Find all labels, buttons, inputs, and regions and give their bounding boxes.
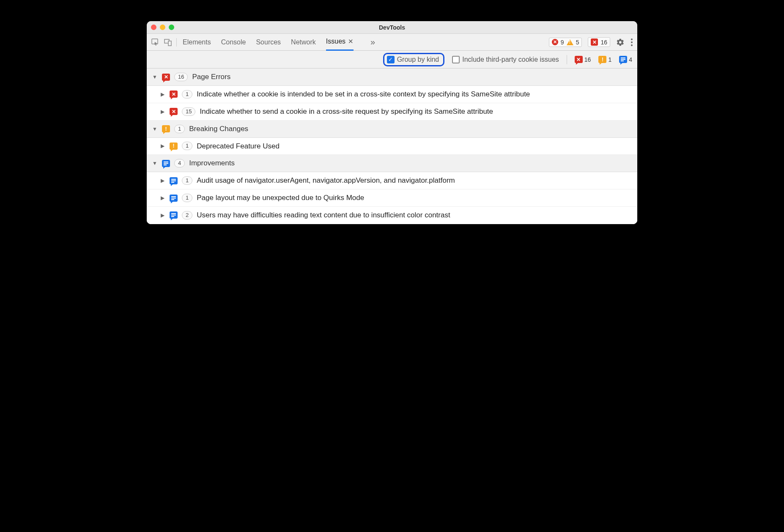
issues-badge[interactable]: ✕ 16	[588, 37, 610, 47]
group-title: Breaking Changes	[189, 125, 248, 133]
checkbox-unchecked-icon	[452, 56, 460, 63]
device-icon[interactable]	[164, 38, 172, 47]
svg-rect-2	[168, 41, 171, 46]
warn-issues-number: 1	[608, 56, 611, 63]
group-count-badge: 16	[174, 73, 188, 81]
group-page-errors[interactable]: ▼ ✕ 16 Page Errors	[147, 69, 637, 86]
error-issues-count[interactable]: ✕ 16	[575, 56, 591, 63]
main-toolbar: Elements Console Sources Network Issues …	[147, 34, 637, 51]
error-speech-icon: ✕	[170, 108, 178, 115]
tab-issues[interactable]: Issues ✕	[326, 34, 354, 51]
issue-text: Indicate whether a cookie is intended to…	[197, 89, 632, 99]
divider	[567, 55, 567, 64]
svg-rect-19	[171, 215, 176, 216]
warning-icon	[567, 39, 573, 45]
item-count-badge: 1	[182, 142, 192, 150]
svg-point-5	[631, 44, 633, 46]
devtools-window: DevTools Elements Console Sources Networ…	[147, 21, 637, 224]
warn-speech-icon: !	[162, 125, 170, 132]
svg-rect-8	[621, 60, 624, 61]
chevron-right-icon: ▶	[159, 178, 165, 184]
item-count-badge: 2	[182, 211, 192, 219]
svg-rect-17	[171, 199, 174, 200]
svg-point-3	[631, 38, 633, 40]
third-party-label: Include third-party cookie issues	[462, 56, 559, 63]
issue-row[interactable]: ▶ ✕ 1 Indicate whether a cookie is inten…	[147, 86, 637, 103]
svg-rect-14	[171, 182, 174, 183]
chevron-right-icon: ▶	[159, 109, 165, 115]
group-improvements[interactable]: ▼ 4 Improvements	[147, 155, 637, 172]
item-count-badge: 15	[182, 107, 195, 116]
item-count-badge: 1	[182, 90, 192, 99]
error-issues-number: 16	[584, 56, 591, 63]
chevron-down-icon: ▼	[152, 74, 158, 80]
console-errors-badge[interactable]: ✕ 9 5	[549, 38, 582, 47]
group-by-kind-checkbox[interactable]: ✓ Group by kind	[383, 53, 445, 66]
tab-console[interactable]: Console	[221, 34, 246, 51]
close-window-button[interactable]	[151, 25, 156, 30]
issue-row[interactable]: ▶ ✕ 15 Indicate whether to send a cookie…	[147, 103, 637, 121]
tab-elements[interactable]: Elements	[183, 34, 211, 51]
error-speech-icon: ✕	[575, 56, 583, 63]
chevron-down-icon: ▼	[152, 126, 158, 132]
svg-rect-9	[164, 162, 168, 162]
info-issues-count[interactable]: 4	[619, 56, 632, 63]
item-count-badge: 1	[182, 194, 192, 202]
issues-subbar: ✓ Group by kind Include third-party cook…	[147, 51, 637, 69]
group-breaking-changes[interactable]: ▼ ! 1 Breaking Changes	[147, 121, 637, 138]
window-controls	[151, 25, 174, 30]
group-count-badge: 4	[174, 159, 185, 167]
issue-row[interactable]: ▶ 2 Users may have difficulties reading …	[147, 207, 637, 224]
chevron-down-icon: ▼	[152, 160, 158, 166]
svg-rect-16	[171, 197, 176, 198]
zoom-window-button[interactable]	[169, 25, 174, 30]
settings-icon[interactable]	[616, 38, 625, 47]
svg-rect-6	[621, 58, 625, 58]
window-title: DevTools	[379, 24, 405, 31]
chevron-right-icon: ▶	[159, 143, 165, 149]
svg-rect-11	[164, 165, 167, 165]
issue-error-icon: ✕	[591, 38, 598, 46]
group-title: Improvements	[189, 159, 235, 167]
group-by-kind-label: Group by kind	[397, 56, 439, 63]
inspect-icon[interactable]	[151, 38, 159, 47]
chevron-right-icon: ▶	[159, 212, 165, 218]
kebab-menu-icon[interactable]	[630, 38, 633, 47]
tab-sources[interactable]: Sources	[256, 34, 281, 51]
minimize-window-button[interactable]	[160, 25, 165, 30]
issue-row[interactable]: ▶ 1 Page layout may be unexpected due to…	[147, 189, 637, 207]
checkbox-checked-icon: ✓	[387, 56, 395, 63]
issue-text: Deprecated Feature Used	[197, 141, 632, 151]
warn-speech-icon: !	[170, 143, 178, 150]
titlebar: DevTools	[147, 21, 637, 34]
close-icon[interactable]: ✕	[348, 38, 354, 45]
info-speech-icon	[170, 177, 178, 184]
error-speech-icon: ✕	[170, 90, 178, 98]
group-count-badge: 1	[174, 125, 185, 133]
item-count-badge: 1	[182, 176, 192, 185]
svg-rect-18	[171, 213, 176, 214]
error-icon: ✕	[552, 39, 558, 45]
panel-tabs: Elements Console Sources Network Issues …	[183, 34, 375, 51]
svg-rect-13	[171, 180, 176, 181]
info-speech-icon	[170, 211, 178, 219]
more-tabs-icon[interactable]: »	[370, 37, 375, 47]
warn-speech-icon: !	[598, 56, 606, 63]
issue-row[interactable]: ▶ ! 1 Deprecated Feature Used	[147, 138, 637, 155]
svg-rect-7	[621, 59, 625, 60]
issues-tree: ▼ ✕ 16 Page Errors ▶ ✕ 1 Indicate whethe…	[147, 69, 637, 224]
svg-rect-10	[164, 163, 168, 164]
svg-rect-15	[171, 196, 176, 197]
svg-point-4	[631, 41, 633, 43]
info-speech-icon	[162, 160, 170, 167]
issue-text: Indicate whether to send a cookie in a c…	[200, 107, 632, 117]
tab-network[interactable]: Network	[291, 34, 316, 51]
tab-issues-label: Issues	[326, 38, 345, 45]
warn-issues-count[interactable]: ! 1	[598, 56, 611, 63]
issue-text: Audit usage of navigator.userAgent, navi…	[197, 176, 632, 186]
issue-text: Page layout may be unexpected due to Qui…	[197, 193, 632, 203]
issue-row[interactable]: ▶ 1 Audit usage of navigator.userAgent, …	[147, 172, 637, 189]
group-title: Page Errors	[192, 73, 230, 81]
error-speech-icon: ✕	[162, 74, 170, 81]
third-party-checkbox[interactable]: Include third-party cookie issues	[452, 56, 559, 63]
